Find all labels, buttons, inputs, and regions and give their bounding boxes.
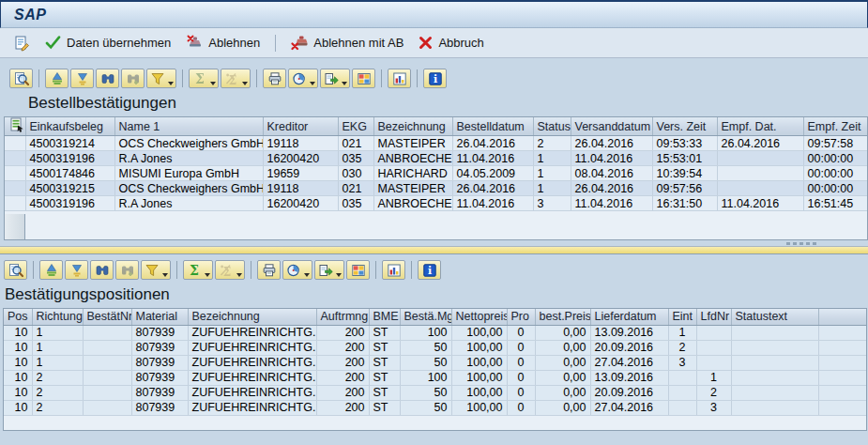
cell[interactable]: 0,00 xyxy=(535,325,590,340)
cell[interactable]: 030 xyxy=(338,166,373,181)
info-button[interactable]: i xyxy=(418,260,441,280)
cell[interactable]: 100,00 xyxy=(451,385,507,400)
cell[interactable]: 0 xyxy=(507,370,535,385)
cell[interactable]: MASTEIPER xyxy=(373,136,452,151)
cell[interactable] xyxy=(668,385,696,400)
cell[interactable]: R.A Jones xyxy=(114,196,263,211)
cell[interactable]: 1 xyxy=(668,325,696,340)
cell[interactable]: 200 xyxy=(316,325,369,340)
cell[interactable]: 0,00 xyxy=(535,340,590,355)
cell[interactable]: 16:51:45 xyxy=(803,196,867,211)
row-selector[interactable] xyxy=(5,181,25,196)
cell[interactable]: 021 xyxy=(338,181,373,196)
cell[interactable] xyxy=(83,385,131,400)
column-header[interactable]: Bezeichnung xyxy=(188,309,316,325)
cell[interactable]: ZUFUEHREINRICHTG. xyxy=(188,370,316,385)
cell[interactable] xyxy=(696,325,731,340)
column-header[interactable]: Pro xyxy=(507,309,535,325)
cell[interactable]: 021 xyxy=(338,136,373,151)
layout-button[interactable] xyxy=(352,69,375,88)
cell[interactable]: ANBROECHER xyxy=(373,196,452,211)
cell[interactable] xyxy=(731,370,818,385)
column-header[interactable]: Material xyxy=(131,309,188,325)
cell[interactable]: ZUFUEHREINRICHTG. xyxy=(188,340,316,355)
cell[interactable]: 200 xyxy=(316,355,369,370)
cell[interactable]: 0,00 xyxy=(535,355,590,370)
column-header[interactable]: Richtung xyxy=(32,309,83,325)
cell[interactable]: 4500319215 xyxy=(25,181,114,196)
cell[interactable]: 19659 xyxy=(263,166,338,181)
cell[interactable] xyxy=(731,340,818,355)
cell[interactable]: ST xyxy=(369,385,400,400)
cell[interactable]: 04.05.2009 xyxy=(452,166,533,181)
select-all-button[interactable] xyxy=(5,117,25,136)
column-header[interactable]: Eint xyxy=(668,309,696,325)
cell[interactable]: 09:57:56 xyxy=(652,181,717,196)
cell[interactable] xyxy=(83,355,131,370)
cell[interactable]: MISUMI Europa GmbH xyxy=(114,166,263,181)
cell[interactable]: ST xyxy=(369,355,400,370)
cell[interactable]: MASTEIPER xyxy=(373,181,452,196)
cell[interactable]: 50 xyxy=(400,355,451,370)
cell[interactable]: 0 xyxy=(507,400,535,415)
cell[interactable]: ANBROECHER xyxy=(373,151,452,166)
cell[interactable]: 807939 xyxy=(131,355,188,370)
column-header[interactable]: Einkaufsbeleg xyxy=(25,117,114,136)
cell[interactable]: 27.04.2016 xyxy=(590,355,668,370)
cell[interactable]: 1 xyxy=(32,325,83,340)
row-selector[interactable] xyxy=(5,136,25,151)
cell[interactable] xyxy=(731,400,818,415)
cell[interactable]: 2 xyxy=(668,340,696,355)
cell[interactable]: 11.04.2016 xyxy=(452,151,533,166)
cell[interactable] xyxy=(731,385,818,400)
cell[interactable]: 0 xyxy=(507,340,535,355)
cell[interactable]: 4500319196 xyxy=(25,151,114,166)
reject-with-ab-button[interactable]: Ablehnen mit AB xyxy=(283,32,411,54)
column-header[interactable]: Versanddatum xyxy=(571,117,652,136)
filter-button[interactable] xyxy=(146,69,176,88)
cell[interactable]: ST xyxy=(369,400,400,415)
cell[interactable]: 100,00 xyxy=(451,400,507,415)
row-selector[interactable] xyxy=(5,166,25,181)
cell[interactable]: 2 xyxy=(32,385,83,400)
cell[interactable]: ZUFUEHREINRICHTG. xyxy=(188,385,316,400)
cell[interactable] xyxy=(668,400,696,415)
cell[interactable]: 100,00 xyxy=(451,340,507,355)
cell[interactable]: 26.04.2016 xyxy=(452,136,533,151)
cell[interactable] xyxy=(83,370,131,385)
cell[interactable]: 3 xyxy=(668,355,696,370)
info-button[interactable]: i xyxy=(423,69,447,88)
cell[interactable]: 10 xyxy=(4,325,32,340)
cell[interactable]: 2 xyxy=(32,400,83,415)
cell[interactable]: 26.04.2016 xyxy=(452,181,533,196)
cell[interactable]: 11.04.2016 xyxy=(452,196,533,211)
cell[interactable]: ZUFUEHREINRICHTG. xyxy=(188,325,316,340)
cell[interactable]: 1 xyxy=(32,355,83,370)
cell[interactable]: 00:00:00 xyxy=(803,181,867,196)
export-button[interactable] xyxy=(320,69,350,88)
filter-button[interactable] xyxy=(141,260,171,280)
cell[interactable]: 13.09.2016 xyxy=(590,370,668,385)
column-header[interactable]: LfdNr xyxy=(696,309,731,325)
cell[interactable] xyxy=(696,355,731,370)
cancel-button[interactable]: Abbruch xyxy=(411,33,491,53)
cell[interactable]: R.A Jones xyxy=(114,151,263,166)
cell[interactable]: 3 xyxy=(696,400,731,415)
cell[interactable]: 26.04.2016 xyxy=(571,181,652,196)
sort-ascending-button[interactable] xyxy=(39,260,63,280)
column-header[interactable]: Bestelldatum xyxy=(452,117,533,136)
column-header[interactable]: Status xyxy=(533,117,571,136)
cell[interactable]: 19118 xyxy=(263,181,338,196)
cell[interactable]: 2 xyxy=(696,385,731,400)
cell[interactable]: ZUFUEHREINRICHTG. xyxy=(188,355,316,370)
cell[interactable]: 09:57:58 xyxy=(803,136,867,151)
find-button[interactable] xyxy=(90,260,114,280)
column-header[interactable]: BestätNr xyxy=(83,309,131,325)
cell[interactable]: 0 xyxy=(507,355,535,370)
cell[interactable] xyxy=(83,400,131,415)
row-selector[interactable] xyxy=(5,151,25,166)
splitter-bar[interactable] xyxy=(0,246,868,254)
find-button[interactable] xyxy=(96,69,119,88)
cell[interactable]: 0,00 xyxy=(535,370,590,385)
cell[interactable]: 3 xyxy=(533,196,571,211)
